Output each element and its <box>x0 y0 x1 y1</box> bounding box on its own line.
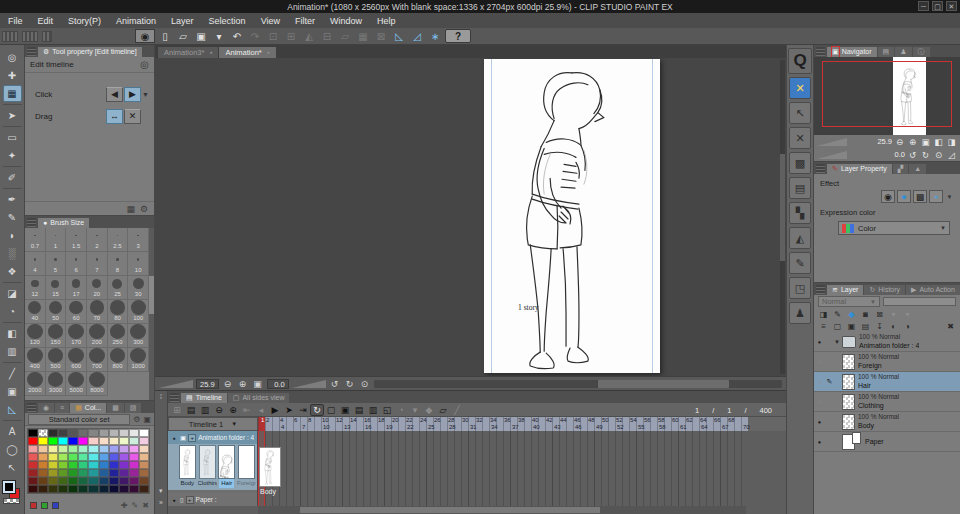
tab-intermediate-color[interactable]: ▩ <box>107 403 124 413</box>
timeline-frame-19[interactable]: 19 <box>384 417 391 431</box>
cel-page-icon[interactable]: ▱ <box>436 404 450 416</box>
track-cel-clothing[interactable]: Clothing <box>198 445 217 490</box>
tone-effect-icon[interactable]: ▩ <box>913 190 927 203</box>
color-swatch-2-0[interactable] <box>28 445 38 453</box>
timeline-frame-52[interactable]: 5252 <box>615 417 622 431</box>
tab-all-sides-view[interactable]: ▢ All sides view <box>228 393 290 403</box>
color-swatch-2-4[interactable] <box>68 445 78 453</box>
brush-size-700[interactable]: 700 <box>87 348 108 372</box>
tab-color-slider[interactable]: ≡ <box>55 403 69 413</box>
fill-tool[interactable]: ◧ <box>3 325 22 342</box>
panel-grip[interactable] <box>816 47 825 56</box>
timeline-frame-16[interactable]: 1616 <box>363 417 370 431</box>
color-swatch-2-6[interactable] <box>88 445 98 453</box>
timeline-frame-69[interactable] <box>734 417 741 431</box>
color-swatch-6-7[interactable] <box>99 477 109 485</box>
color-swatch-4-8[interactable] <box>109 461 119 469</box>
timeline-frame-21[interactable] <box>398 417 405 431</box>
color-swatch-4-4[interactable] <box>68 461 78 469</box>
expand-selection-icon[interactable]: ⊟ <box>319 29 335 43</box>
redo-icon[interactable]: ↷ <box>247 29 263 43</box>
timeline-frame-28[interactable]: 2828 <box>447 417 454 431</box>
color-swatch-1-8[interactable] <box>109 437 119 445</box>
timeline-frame-34[interactable]: 3434 <box>489 417 496 431</box>
invert-selection-icon[interactable]: ◭ <box>301 29 317 43</box>
blend-tool[interactable]: ◔ <box>3 303 22 320</box>
brush-size-80[interactable]: 80 <box>108 300 129 324</box>
reference-layer-icon[interactable]: ▾ <box>902 310 913 319</box>
magnifier-icon[interactable]: ◎ <box>140 59 149 70</box>
zoom-in-icon[interactable]: ⊕ <box>237 379 249 389</box>
timeline-tracks[interactable]: ● ▣ + Animation folder : 4 BodyClothingH… <box>168 431 786 514</box>
go-to-end-icon[interactable]: ⇥ <box>296 404 310 416</box>
timeline-frame-55[interactable]: 55 <box>636 417 643 431</box>
panel-grip[interactable] <box>816 285 825 294</box>
brush-size-300[interactable]: 300 <box>128 324 149 348</box>
thumbnail-large-icon[interactable]: ▥ <box>198 404 212 416</box>
color-swatch-4-11[interactable] <box>139 461 149 469</box>
color-swatch-3-0[interactable] <box>28 453 38 461</box>
panel-grip[interactable] <box>27 47 36 56</box>
operation-tool[interactable]: ➤ <box>3 107 22 124</box>
color-swatch-3-10[interactable] <box>129 453 139 461</box>
brush-size-0-7[interactable]: 0.7 <box>25 228 46 252</box>
brush-size-3000[interactable]: 3000 <box>46 372 67 396</box>
replace-color-icon[interactable]: ✎ <box>132 501 139 510</box>
flip-horizontal-icon[interactable]: ◧ <box>933 137 944 147</box>
color-swatch-1-0[interactable] <box>28 437 38 445</box>
add-cel-button[interactable]: + <box>188 434 196 442</box>
color-swatch-4-5[interactable] <box>78 461 88 469</box>
minimize-button[interactable]: ─ <box>918 1 929 11</box>
add-cel-button[interactable]: + <box>186 496 194 504</box>
duplicate-layer-icon[interactable]: ▤ <box>860 322 871 331</box>
panel-grip[interactable] <box>27 218 36 227</box>
menu-window[interactable]: Window <box>330 16 362 26</box>
wrench-icon[interactable]: ⚙ <box>133 415 140 424</box>
new-raster-layer-icon[interactable]: ▢ <box>832 322 843 331</box>
color-swatch-5-11[interactable] <box>139 469 149 477</box>
timeline-frame-64[interactable]: 6464 <box>699 417 706 431</box>
timeline-frame-8[interactable]: 8 <box>307 417 314 431</box>
zoom-out-icon[interactable]: ⊖ <box>222 379 234 389</box>
layer-animation-folder-4[interactable]: ●▼100 % NormalAnimation folder : 4 <box>814 332 960 352</box>
brush-size-3[interactable]: 3 <box>128 228 149 252</box>
loop-play-icon[interactable]: ↻ <box>310 404 324 416</box>
menu-file[interactable]: File <box>8 16 23 26</box>
tab-item-bank[interactable]: ♟ <box>895 47 911 57</box>
add-color-icon[interactable]: ✚ <box>121 501 128 510</box>
color-swatch-2-8[interactable] <box>109 445 119 453</box>
brush-size-1[interactable]: 1 <box>46 228 67 252</box>
eraser-tool[interactable]: ◪ <box>3 285 22 302</box>
color-swatch-7-4[interactable] <box>68 485 78 493</box>
tab-layer-property[interactable]: ✎ Layer Property <box>827 164 892 174</box>
drag-delete-button[interactable]: ✕ <box>124 109 141 124</box>
timeline-frame-63[interactable] <box>692 417 699 431</box>
color-swatch-7-8[interactable] <box>109 485 119 493</box>
color-swatch-2-10[interactable] <box>129 445 139 453</box>
toolbar-grip[interactable] <box>22 31 38 42</box>
expression-color-select[interactable]: Color ▼ <box>838 221 950 235</box>
click-next-button[interactable]: ▶ <box>124 87 141 102</box>
brush-size-8000[interactable]: 8000 <box>87 372 108 396</box>
go-to-start-icon[interactable]: ⇤ <box>240 404 254 416</box>
track-cel-foreign[interactable]: Foreign <box>237 445 256 490</box>
apply-mask-icon[interactable]: ◑ <box>902 322 913 331</box>
brush-size-17[interactable]: 17 <box>66 276 87 300</box>
navigator-view-rect[interactable] <box>822 61 952 127</box>
panel-grip[interactable] <box>170 393 179 402</box>
color-swatch-1-11[interactable] <box>139 437 149 445</box>
brush-size-5[interactable]: 5 <box>46 252 67 276</box>
visibility-icon[interactable]: ○ <box>814 399 825 405</box>
color-swatch-7-7[interactable] <box>99 485 109 493</box>
lock-transparent-pixels-icon[interactable]: ⊠ <box>874 310 885 319</box>
timeline-edit-tool[interactable]: ▦ <box>3 85 22 102</box>
draft-layer-icon[interactable]: ✎ <box>832 310 843 319</box>
material-delete-icon[interactable]: ✕ <box>789 127 811 149</box>
color-swatch-4-10[interactable] <box>129 461 139 469</box>
tab-color-set[interactable]: ▦ Col... <box>70 403 106 413</box>
rotation-slider[interactable] <box>292 380 326 388</box>
rotate-left-icon[interactable]: ↺ <box>907 150 918 160</box>
timeline-select[interactable]: Timeline 1 ▼ <box>168 417 258 431</box>
previous-frame-icon[interactable]: ◂ <box>254 404 268 416</box>
color-set-select[interactable]: Standard color set <box>28 414 130 425</box>
